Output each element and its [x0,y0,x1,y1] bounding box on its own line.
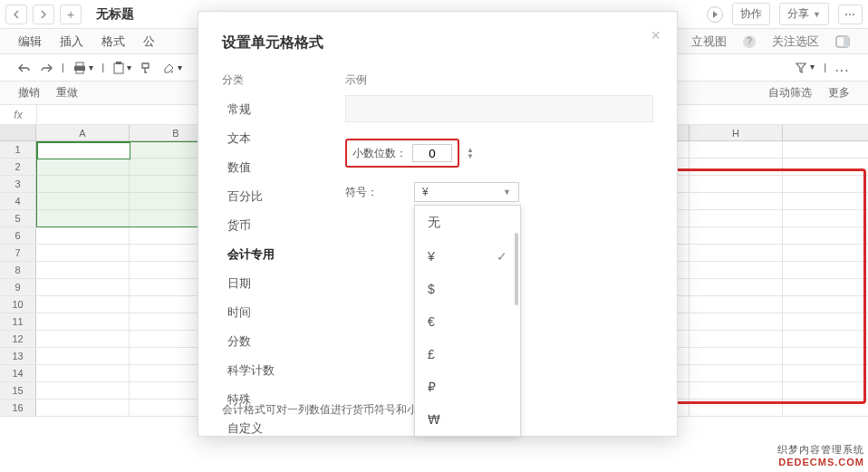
category-item[interactable]: 百分比 [222,182,323,211]
row-header[interactable]: 1 [0,141,36,158]
row-header[interactable]: 10 [0,296,36,313]
fill-color-icon[interactable]: ▾ [162,62,182,74]
category-item[interactable]: 会计专用 [222,240,323,269]
format-painter-icon[interactable] [140,62,153,74]
row-header[interactable]: 5 [0,210,36,226]
help-icon[interactable]: ? [743,35,756,48]
dropdown-scrollbar[interactable] [515,233,518,305]
cell[interactable] [690,245,783,261]
more-menu-button[interactable]: ⋯ [838,5,863,24]
cell[interactable] [690,365,783,381]
menu-pivot-view[interactable]: 立视图 [691,34,727,50]
cell[interactable] [36,193,130,209]
category-item[interactable]: 货币 [222,211,323,240]
row-header[interactable]: 13 [0,348,36,364]
row-header[interactable]: 16 [0,400,36,416]
share-button[interactable]: 分享▼ [779,3,829,25]
add-tab-button[interactable]: + [60,5,82,24]
row-header[interactable]: 2 [0,159,36,175]
cell[interactable] [36,245,130,261]
cell[interactable] [36,296,130,313]
row-header[interactable]: 8 [0,262,36,278]
sidebar-toggle-icon[interactable] [835,35,850,48]
symbol-option[interactable]: $ [415,273,520,305]
cell[interactable] [36,313,130,330]
symbol-option[interactable]: 无 [415,206,520,240]
category-item[interactable]: 常规 [222,95,323,124]
cell[interactable] [690,313,783,330]
menu-watch-area[interactable]: 关注选区 [772,34,819,50]
decimal-places-input[interactable] [412,144,452,162]
row-header[interactable]: 12 [0,331,36,347]
row-header[interactable]: 15 [0,382,36,399]
cell[interactable] [690,279,783,295]
cell[interactable] [36,382,130,399]
symbol-option[interactable]: € [415,305,520,338]
cell[interactable] [690,176,783,192]
category-item[interactable]: 日期 [222,269,323,298]
back-button[interactable] [5,5,27,24]
spinner-down-icon[interactable]: ▼ [467,153,474,159]
cell[interactable] [690,262,783,278]
category-item[interactable]: 自定义 [222,414,323,443]
cell[interactable] [36,348,130,364]
cell[interactable] [36,159,130,175]
redo-icon[interactable] [40,63,53,73]
close-icon[interactable]: × [651,26,661,45]
cell[interactable] [36,365,130,381]
cell[interactable] [36,227,130,244]
decimal-spinner[interactable]: ▲▼ [467,147,474,159]
cell[interactable] [36,210,130,226]
symbol-option[interactable]: ₽ [415,371,520,403]
cell[interactable] [690,331,783,347]
cell[interactable] [690,296,783,313]
cell[interactable] [690,210,783,226]
cell[interactable] [690,193,783,209]
menu-edit[interactable]: 编辑 [18,34,42,50]
col-header[interactable]: A [36,125,130,140]
cell[interactable] [690,159,783,175]
select-all-corner[interactable] [0,125,36,140]
row-header[interactable]: 7 [0,245,36,261]
symbol-select[interactable]: ¥ ▼ 无¥✓$€£₽₩ [414,182,519,202]
category-item[interactable]: 数值 [222,153,323,182]
more-tools-icon[interactable]: ... [835,62,850,74]
symbol-option[interactable]: ¥✓ [415,240,520,273]
menu-insert[interactable]: 插入 [60,34,83,50]
autofilter-icon[interactable]: ▾ [795,62,815,74]
menu-formula[interactable]: 公 [143,34,155,50]
paste-icon[interactable]: ▾ [113,62,131,74]
menu-format[interactable]: 格式 [101,34,125,50]
row-header[interactable]: 3 [0,176,36,192]
cell[interactable] [690,348,783,364]
undo-icon[interactable] [18,63,31,73]
cell[interactable] [690,141,783,158]
cell[interactable] [36,176,130,192]
symbol-option[interactable]: ₩ [415,403,520,436]
cell[interactable] [690,400,783,416]
row-header[interactable]: 9 [0,279,36,295]
category-item[interactable]: 科学计数 [222,356,323,385]
cell[interactable] [690,382,783,399]
row-header[interactable]: 14 [0,365,36,381]
symbol-option[interactable]: £ [415,338,520,371]
category-item[interactable]: 时间 [222,298,323,327]
cell[interactable] [36,262,130,278]
category-list: 常规文本数值百分比货币会计专用日期时间分数科学计数特殊自定义 [222,95,323,443]
forward-button[interactable] [33,5,54,24]
category-item[interactable]: 分数 [222,327,323,356]
cell[interactable] [36,331,130,347]
cell[interactable] [36,400,130,416]
play-icon[interactable] [707,6,723,23]
row-header[interactable]: 11 [0,313,36,330]
cell[interactable] [36,279,130,295]
cell[interactable] [690,227,783,244]
row-header[interactable]: 6 [0,227,36,244]
cell[interactable] [36,141,130,158]
row-header[interactable]: 4 [0,193,36,209]
col-header[interactable]: H [690,125,783,140]
category-item[interactable]: 文本 [222,124,323,153]
print-icon[interactable]: ▾ [73,62,93,74]
collaborate-button[interactable]: 协作 [732,3,770,25]
check-icon: ✓ [497,249,507,264]
